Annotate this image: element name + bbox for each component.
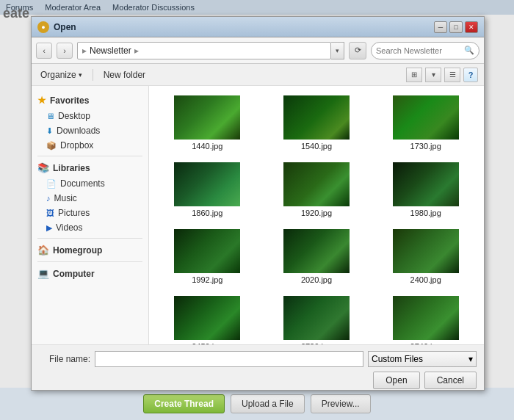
action-row: Open Cancel xyxy=(39,372,477,389)
dialog-close-button[interactable]: ✕ xyxy=(465,21,478,33)
favorites-icon: ★ xyxy=(37,95,46,106)
tab-moderator-discussions[interactable]: Moderator Discussions xyxy=(112,3,195,12)
cancel-button[interactable]: Cancel xyxy=(424,372,477,389)
dialog-title-bar: ● Open ─ □ ✕ xyxy=(32,17,484,37)
pictures-icon: 🖼 xyxy=(46,209,54,217)
create-thread-button[interactable]: Create Thread xyxy=(143,394,225,413)
file-item[interactable]: 1730.jpg xyxy=(373,92,478,154)
sidebar-item-pictures[interactable]: 🖼 Pictures xyxy=(32,206,148,220)
file-thumbnail xyxy=(174,95,240,140)
file-grid-container: 1440.jpg1540.jpg1730.jpg1860.jpg1920.jpg… xyxy=(149,86,484,344)
file-thumbnail xyxy=(393,95,459,140)
sidebar-item-downloads[interactable]: ⬇ Downloads xyxy=(32,123,148,138)
file-name: 1730.jpg xyxy=(410,142,441,151)
homegroup-section: 🏠 Homegroup xyxy=(32,242,148,258)
sidebar-item-music[interactable]: ♪ Music xyxy=(32,191,148,206)
file-name: 1992.jpg xyxy=(192,275,222,284)
dropbox-icon: 📦 xyxy=(46,141,57,151)
file-name: 2020.jpg xyxy=(301,275,332,284)
sidebar-item-dropbox[interactable]: 📦 Dropbox xyxy=(32,138,148,153)
filename-input[interactable] xyxy=(95,351,363,367)
search-icon[interactable]: 🔍 xyxy=(464,46,474,55)
filetype-dropdown-arrow: ▾ xyxy=(468,354,473,364)
sidebar-divider xyxy=(37,156,142,156)
computer-icon: 💻 xyxy=(37,268,49,279)
file-name: 1920.jpg xyxy=(301,209,332,217)
sidebar-item-desktop[interactable]: 🖥 Desktop xyxy=(32,109,148,123)
tab-moderator-area[interactable]: Moderator Area xyxy=(45,3,101,12)
file-item[interactable]: 2450.jpg xyxy=(155,292,260,344)
filetype-dropdown[interactable]: Custom Files ▾ xyxy=(368,351,477,367)
file-item[interactable]: 1440.jpg xyxy=(155,92,260,154)
filename-row: File name: Custom Files ▾ xyxy=(39,351,477,367)
details-view-button[interactable]: ☰ xyxy=(444,68,460,82)
favorites-section: ★ Favorites 🖥 Desktop ⬇ Downloads 📦 Drop… xyxy=(32,92,148,153)
file-item[interactable]: 1992.jpg xyxy=(155,225,260,288)
address-dropdown-button[interactable]: ▾ xyxy=(331,42,344,59)
file-grid: 1440.jpg1540.jpg1730.jpg1860.jpg1920.jpg… xyxy=(155,92,478,344)
file-item[interactable]: 2740.jpg xyxy=(373,292,478,344)
back-button[interactable]: ‹ xyxy=(36,43,52,59)
refresh-button[interactable]: ⟳ xyxy=(349,42,366,59)
search-box: 🔍 xyxy=(371,42,479,59)
file-item[interactable]: 2730.jpg xyxy=(264,292,369,344)
address-path[interactable]: ▸ Newsletter ▸ xyxy=(77,42,331,59)
videos-icon: ▶ xyxy=(46,223,52,233)
file-item[interactable]: 1920.jpg xyxy=(264,159,369,221)
file-item[interactable]: 2020.jpg xyxy=(264,225,369,288)
dialog-bottom: File name: Custom Files ▾ Open Cancel xyxy=(32,344,484,390)
libraries-header[interactable]: 📚 Libraries xyxy=(32,159,148,176)
file-thumbnail xyxy=(393,162,459,206)
file-thumbnail xyxy=(283,296,350,340)
documents-icon: 📄 xyxy=(46,179,57,189)
file-thumbnail xyxy=(174,229,240,273)
organize-arrow-icon: ▾ xyxy=(79,71,82,79)
file-name: 1860.jpg xyxy=(192,209,222,217)
file-item[interactable]: 1860.jpg xyxy=(155,159,260,221)
homegroup-header[interactable]: 🏠 Homegroup xyxy=(32,242,148,258)
view-toggle-button[interactable]: ⊞ xyxy=(406,68,422,82)
favorites-header[interactable]: ★ Favorites xyxy=(32,92,148,109)
file-thumbnail xyxy=(393,229,459,273)
downloads-icon: ⬇ xyxy=(46,126,53,136)
toolbar-separator xyxy=(93,69,93,81)
file-thumbnail xyxy=(283,229,350,273)
toolbar-row: Organize ▾ New folder ⊞ ▾ ☰ ? xyxy=(32,64,484,86)
sidebar-item-videos[interactable]: ▶ Videos xyxy=(32,220,148,235)
open-dialog: ● Open ─ □ ✕ ‹ › ▸ Newsletter ▸ ▾ ⟳ 🔍 xyxy=(31,16,485,391)
desktop-icon: 🖥 xyxy=(46,112,54,120)
new-folder-button[interactable]: New folder xyxy=(101,68,148,82)
address-bar: ‹ › ▸ Newsletter ▸ ▾ ⟳ 🔍 xyxy=(32,37,484,64)
forward-button[interactable]: › xyxy=(57,43,73,59)
view-dropdown-button[interactable]: ▾ xyxy=(425,68,441,82)
sidebar: ★ Favorites 🖥 Desktop ⬇ Downloads 📦 Drop… xyxy=(32,86,149,344)
dialog-title-icon: ● xyxy=(37,21,49,33)
file-name: 1540.jpg xyxy=(301,142,332,151)
open-button[interactable]: Open xyxy=(373,372,419,389)
organize-button[interactable]: Organize ▾ xyxy=(37,68,85,82)
help-button[interactable]: ? xyxy=(463,68,478,82)
file-item[interactable]: 1980.jpg xyxy=(373,159,478,221)
upload-file-button[interactable]: Upload a File xyxy=(231,394,305,413)
file-thumbnail xyxy=(174,296,240,340)
computer-section: 💻 Computer xyxy=(32,265,148,282)
create-area-text: eate xyxy=(3,6,29,21)
file-name: 2400.jpg xyxy=(410,275,441,284)
music-icon: ♪ xyxy=(46,194,51,203)
search-input[interactable] xyxy=(376,46,464,55)
file-thumbnail xyxy=(393,296,459,340)
file-item[interactable]: 2400.jpg xyxy=(373,225,478,288)
preview-button[interactable]: Preview... xyxy=(311,394,371,413)
sidebar-item-documents[interactable]: 📄 Documents xyxy=(32,176,148,191)
file-thumbnail xyxy=(283,162,350,206)
sidebar-divider3 xyxy=(37,261,142,262)
file-item[interactable]: 1540.jpg xyxy=(264,92,369,154)
file-thumbnail xyxy=(283,95,350,140)
dialog-title: Open xyxy=(54,22,76,32)
file-name: 1440.jpg xyxy=(192,142,222,151)
libraries-section: 📚 Libraries 📄 Documents ♪ Music 🖼 Pictur… xyxy=(32,159,148,235)
dialog-minimize-button[interactable]: ─ xyxy=(434,21,447,33)
dialog-maximize-button[interactable]: □ xyxy=(449,21,463,33)
computer-header[interactable]: 💻 Computer xyxy=(32,265,148,282)
file-name: 1980.jpg xyxy=(410,209,441,217)
